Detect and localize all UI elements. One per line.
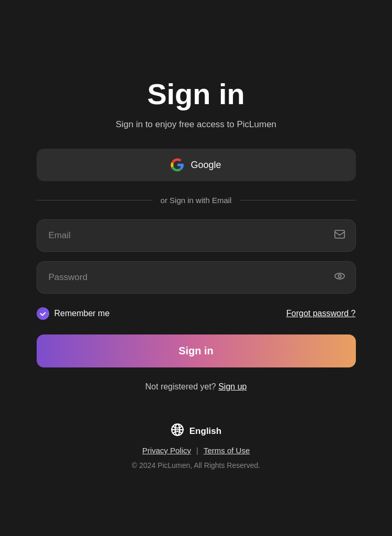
page-title: Sign in: [147, 77, 245, 111]
footer: English Privacy Policy | Terms of Use © …: [132, 423, 260, 470]
email-input[interactable]: [37, 219, 356, 252]
forgot-password-button[interactable]: Forgot password ?: [286, 309, 356, 318]
google-button-label: Google: [191, 160, 221, 171]
remember-me-checkbox[interactable]: Remember me: [37, 307, 110, 320]
globe-icon: [171, 423, 184, 440]
footer-links-separator: |: [196, 446, 198, 455]
svg-point-1: [334, 273, 344, 279]
language-selector[interactable]: English: [171, 423, 221, 440]
page-subtitle: Sign in to enjoy free access to PicLumen: [116, 119, 276, 130]
terms-of-use-link[interactable]: Terms of Use: [204, 446, 250, 455]
page-wrapper: Sign in Sign in to enjoy free access to …: [0, 0, 392, 536]
password-input-wrapper: [37, 261, 356, 294]
language-label: English: [189, 426, 221, 437]
email-input-wrapper: [37, 219, 356, 252]
register-text: Not registered yet?: [145, 382, 216, 391]
password-input[interactable]: [37, 261, 356, 294]
privacy-policy-link[interactable]: Privacy Policy: [142, 446, 191, 455]
form-container: Sign in Sign in to enjoy free access to …: [37, 77, 356, 470]
sign-in-button[interactable]: Sign in: [37, 334, 356, 367]
divider-line-right: [240, 200, 355, 200]
copyright-text: © 2024 PicLumen, All Rights Reserved.: [132, 461, 260, 470]
password-toggle-icon[interactable]: [334, 271, 345, 285]
checkbox-checked-icon: [37, 307, 49, 320]
divider: or Sign in with Email: [37, 196, 356, 205]
remember-me-label: Remember me: [54, 309, 110, 318]
google-icon: [171, 158, 184, 172]
divider-line-left: [37, 200, 152, 200]
divider-text: or Sign in with Email: [161, 196, 232, 205]
svg-point-2: [338, 275, 341, 278]
sign-up-button[interactable]: Sign up: [218, 382, 247, 392]
footer-links: Privacy Policy | Terms of Use: [142, 446, 250, 455]
google-signin-button[interactable]: Google: [37, 149, 356, 181]
options-row: Remember me Forgot password ?: [37, 307, 356, 320]
register-row: Not registered yet? Sign up: [145, 382, 247, 392]
